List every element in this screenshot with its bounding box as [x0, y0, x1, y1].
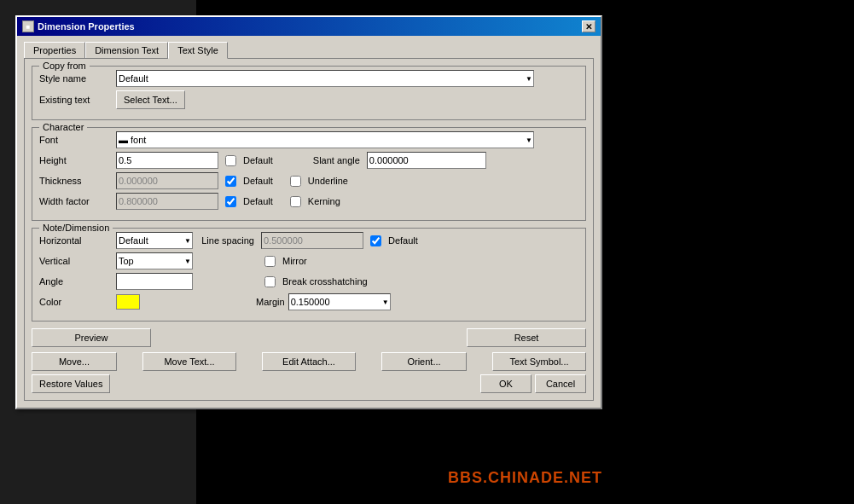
underline-check-label: Underline	[290, 176, 348, 187]
width-factor-label: Width factor	[39, 196, 116, 206]
underline-text: Underline	[308, 176, 348, 186]
width-factor-row: Width factor Default Kerning	[39, 193, 578, 210]
tab-bar: Properties Dimension Text Text Style	[24, 41, 594, 58]
dialog-window: ■ Dimension Properties ✕ Properties Dime…	[15, 15, 602, 409]
color-label: Color	[39, 297, 116, 307]
thickness-input	[116, 172, 218, 189]
ok-cancel-group: OK Cancel	[480, 374, 586, 393]
text-symbol-button[interactable]: Text Symbol...	[492, 352, 586, 371]
style-name-select[interactable]: Default	[116, 70, 534, 87]
height-row: Height 0.5 Default Slant angle 0.000000	[39, 152, 578, 169]
break-crosshatching-label: Break crosshatching	[264, 276, 368, 287]
tab-text-style[interactable]: Text Style	[168, 42, 228, 59]
angle-label: Angle	[39, 276, 116, 287]
line-spacing-default-checkbox[interactable]	[370, 235, 381, 246]
character-group: Character Font ▬ font Height 0.5	[32, 127, 586, 221]
default-height-check-label: Default	[225, 155, 273, 166]
close-button[interactable]: ✕	[582, 20, 595, 32]
font-label: Font	[39, 135, 116, 145]
horizontal-select-wrapper: Default	[116, 232, 193, 249]
edit-attach-button[interactable]: Edit Attach...	[262, 352, 356, 371]
select-text-button[interactable]: Select Text...	[116, 90, 185, 109]
width-factor-input	[116, 193, 218, 210]
action-buttons-row: Move... Move Text... Edit Attach... Orie…	[32, 352, 586, 371]
move-text-button[interactable]: Move Text...	[142, 352, 236, 371]
color-swatch[interactable]	[116, 294, 140, 310]
vertical-label: Vertical	[39, 256, 116, 266]
default-width-check-label: Default	[225, 196, 273, 207]
break-crosshatching-text: Break crosshatching	[282, 276, 368, 287]
existing-text-row: Existing text Select Text...	[39, 90, 578, 109]
vertical-select[interactable]: Top	[116, 252, 193, 269]
font-select-wrapper: ▬ font	[116, 131, 534, 148]
horizontal-label: Horizontal	[39, 235, 116, 246]
title-bar: ■ Dimension Properties ✕	[17, 17, 601, 36]
mirror-text: Mirror	[282, 256, 307, 266]
margin-label: Margin	[256, 297, 285, 307]
copy-from-group: Copy from Style name Default Existing te…	[32, 66, 586, 120]
horizontal-row: Horizontal Default Line spacing Default	[39, 232, 578, 249]
existing-text-label: Existing text	[39, 95, 116, 105]
reset-button[interactable]: Reset	[467, 328, 586, 347]
default-thickness-check-label: Default	[225, 176, 273, 187]
line-spacing-default-text: Default	[388, 235, 418, 246]
restore-values-button[interactable]: Restore Values	[32, 374, 110, 393]
style-name-row: Style name Default	[39, 70, 578, 87]
tab-dimension-text[interactable]: Dimension Text	[85, 42, 168, 59]
margin-select[interactable]: 0.150000	[288, 293, 391, 310]
cancel-button[interactable]: Cancel	[535, 374, 586, 393]
preview-button[interactable]: Preview	[32, 328, 151, 347]
style-name-label: Style name	[39, 73, 116, 84]
preview-reset-row: Preview Reset	[32, 328, 586, 347]
tab-properties[interactable]: Properties	[24, 42, 85, 59]
kerning-text: Kerning	[308, 196, 340, 206]
style-name-select-wrapper: Default	[116, 70, 534, 87]
tab-content: Copy from Style name Default Existing te…	[24, 58, 594, 401]
vertical-row: Vertical Top Mirror	[39, 252, 578, 269]
slant-angle-label: Slant angle	[273, 155, 367, 165]
line-spacing-default-label: Default	[370, 235, 418, 246]
height-label: Height	[39, 155, 116, 165]
height-input[interactable]: 0.5	[116, 152, 218, 169]
horizontal-select[interactable]: Default	[116, 232, 193, 249]
break-crosshatching-checkbox[interactable]	[264, 276, 276, 287]
slant-angle-input[interactable]: 0.000000	[367, 152, 486, 169]
angle-input[interactable]	[116, 273, 193, 290]
default-height-checkbox[interactable]	[225, 155, 236, 166]
line-spacing-input	[261, 232, 363, 249]
default-width-checkbox[interactable]	[225, 196, 236, 207]
final-buttons-row: Restore Values OK Cancel	[32, 374, 586, 393]
move-button[interactable]: Move...	[32, 352, 117, 371]
margin-select-wrapper: 0.150000	[288, 293, 391, 310]
vertical-select-wrapper: Top	[116, 252, 193, 269]
watermark: BBS.CHINADE.NET	[448, 469, 602, 487]
mirror-check-label: Mirror	[264, 256, 307, 267]
default-height-text: Default	[243, 155, 273, 165]
font-select[interactable]: ▬ font	[116, 131, 534, 148]
title-icon: ■	[22, 20, 34, 32]
kerning-check-label: Kerning	[290, 196, 340, 207]
thickness-row: Thickness Default Underline	[39, 172, 578, 189]
note-dimension-label: Note/Dimension	[39, 223, 113, 233]
default-width-text: Default	[243, 196, 273, 206]
character-label: Character	[39, 122, 87, 132]
font-row: Font ▬ font	[39, 131, 578, 148]
mirror-checkbox[interactable]	[264, 256, 276, 267]
kerning-checkbox[interactable]	[290, 196, 301, 207]
dialog-title: Dimension Properties	[38, 21, 135, 32]
copy-from-label: Copy from	[39, 61, 90, 71]
default-thickness-text: Default	[243, 176, 273, 186]
angle-row: Angle Break crosshatching	[39, 273, 578, 290]
line-spacing-label: Line spacing	[193, 235, 261, 246]
color-row: Color Margin 0.150000	[39, 293, 578, 310]
default-thickness-checkbox[interactable]	[225, 176, 236, 187]
underline-checkbox[interactable]	[290, 176, 301, 187]
orient-button[interactable]: Orient...	[381, 352, 467, 371]
dialog-body: Properties Dimension Text Text Style Cop…	[17, 36, 601, 408]
ok-button[interactable]: OK	[480, 374, 532, 393]
note-dimension-group: Note/Dimension Horizontal Default Line s…	[32, 228, 586, 322]
thickness-label: Thickness	[39, 176, 116, 186]
